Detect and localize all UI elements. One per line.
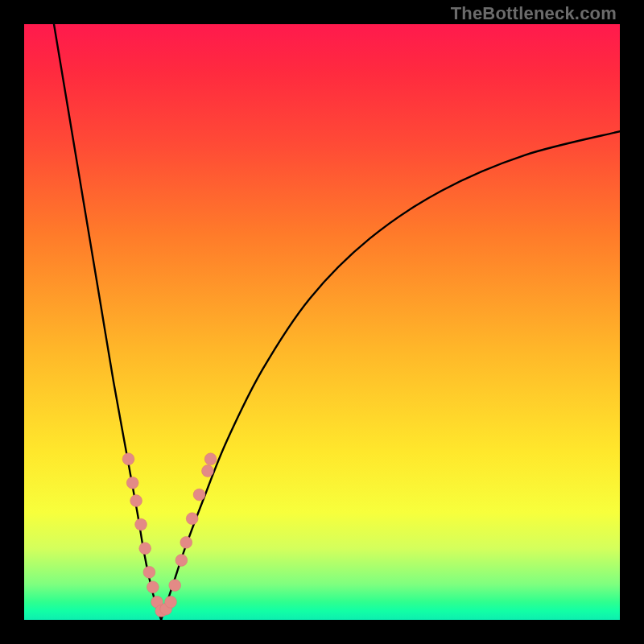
data-bead bbox=[135, 518, 147, 530]
curve-layer bbox=[24, 24, 620, 620]
data-bead bbox=[175, 555, 188, 567]
data-bead bbox=[193, 489, 205, 501]
left-branch-curve bbox=[54, 24, 161, 620]
chart-frame: TheBottleneck.com bbox=[0, 0, 644, 644]
plot-area bbox=[24, 24, 620, 620]
data-bead bbox=[169, 580, 181, 592]
watermark-text: TheBottleneck.com bbox=[451, 3, 617, 24]
data-bead bbox=[122, 453, 134, 465]
data-bead bbox=[139, 543, 151, 555]
data-bead bbox=[180, 536, 192, 548]
data-bead bbox=[202, 465, 214, 477]
data-bead bbox=[147, 581, 159, 593]
data-bead bbox=[143, 566, 155, 578]
data-bead bbox=[186, 513, 198, 525]
data-bead bbox=[165, 596, 177, 608]
data-bead bbox=[126, 477, 138, 489]
data-bead bbox=[204, 453, 217, 465]
right-branch-curve bbox=[161, 131, 620, 620]
data-bead bbox=[130, 495, 142, 507]
